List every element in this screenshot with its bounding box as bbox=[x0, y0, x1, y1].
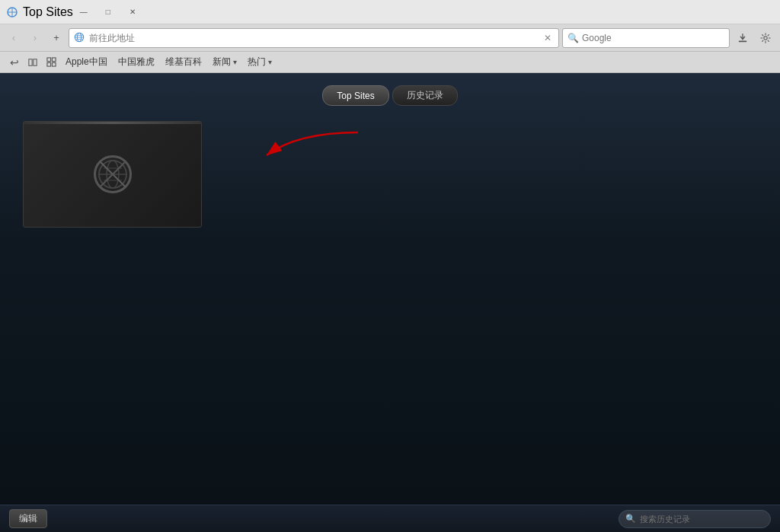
globe-icon bbox=[74, 32, 86, 44]
sites-area bbox=[0, 106, 780, 505]
grid-view-button[interactable] bbox=[43, 54, 59, 71]
app-icon bbox=[6, 6, 18, 18]
bookmarks-bar: ↩ Apple中国 中国雅虎 维基百科 新闻 ▾ 热门 ▾ bbox=[0, 52, 780, 73]
no-site-icon bbox=[94, 155, 132, 193]
settings-button[interactable] bbox=[756, 28, 775, 48]
svg-rect-13 bbox=[52, 62, 56, 66]
bookmark-hot[interactable]: 热门 ▾ bbox=[243, 54, 277, 70]
search-bar[interactable]: 🔍 bbox=[562, 28, 730, 48]
svg-rect-12 bbox=[46, 62, 50, 66]
nav-bar: ‹ › + ✕ 🔍 bbox=[0, 24, 780, 52]
tab-top-sites[interactable]: Top Sites bbox=[322, 85, 388, 106]
search-icon: 🔍 bbox=[625, 514, 636, 524]
main-content: Top Sites 历史记录 bbox=[0, 73, 780, 505]
title-bar: Top Sites — □ ✕ bbox=[0, 0, 780, 24]
svg-rect-11 bbox=[52, 58, 56, 62]
svg-rect-10 bbox=[46, 58, 50, 62]
reading-list-button[interactable] bbox=[24, 54, 41, 71]
maximize-button[interactable]: □ bbox=[98, 5, 119, 20]
address-input[interactable] bbox=[89, 33, 542, 43]
svg-point-9 bbox=[764, 36, 767, 39]
window-controls: — □ ✕ bbox=[73, 5, 143, 20]
search-input[interactable] bbox=[582, 33, 724, 43]
clear-address-button[interactable]: ✕ bbox=[542, 32, 554, 44]
back-button[interactable]: ‹ bbox=[5, 29, 23, 47]
address-bar[interactable]: ✕ bbox=[69, 28, 559, 48]
bottom-search-input[interactable] bbox=[640, 514, 764, 524]
bookmark-yahoo-china[interactable]: 中国雅虎 bbox=[113, 54, 159, 70]
chevron-down-icon: ▾ bbox=[233, 58, 237, 66]
back-history-button[interactable]: ↩ bbox=[6, 54, 23, 71]
chevron-down-icon: ▾ bbox=[268, 58, 272, 66]
bottom-bar: 编辑 🔍 bbox=[0, 505, 780, 532]
bookmark-apple-china[interactable]: Apple中国 bbox=[61, 54, 112, 70]
download-button[interactable] bbox=[733, 28, 753, 48]
edit-button[interactable]: 编辑 bbox=[9, 509, 47, 528]
close-button[interactable]: ✕ bbox=[122, 5, 143, 20]
site-thumbnail[interactable] bbox=[23, 121, 202, 228]
bookmark-news[interactable]: 新闻 ▾ bbox=[208, 54, 241, 70]
compass-icon bbox=[7, 7, 18, 18]
forward-button[interactable]: › bbox=[26, 29, 44, 47]
minimize-button[interactable]: — bbox=[73, 5, 94, 20]
svg-rect-8 bbox=[739, 40, 747, 42]
search-icon: 🔍 bbox=[567, 33, 579, 43]
new-tab-button[interactable]: + bbox=[47, 29, 66, 47]
bookmark-wikipedia[interactable]: 维基百科 bbox=[161, 54, 206, 70]
bottom-search-bar[interactable]: 🔍 bbox=[619, 510, 771, 528]
tab-bar: Top Sites 历史记录 bbox=[322, 85, 457, 106]
tab-history[interactable]: 历史记录 bbox=[392, 85, 458, 106]
compass-no-site-icon bbox=[98, 159, 128, 190]
window-title: Top Sites bbox=[23, 5, 73, 19]
